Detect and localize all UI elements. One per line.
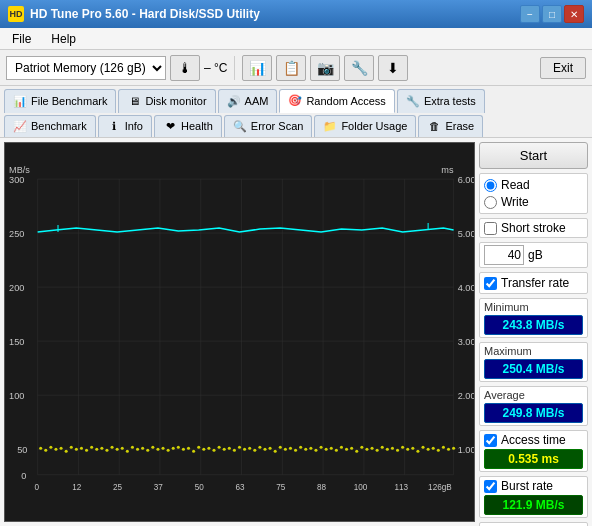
tab-info[interactable]: ℹ Info <box>98 115 152 138</box>
tab-file-benchmark-label: File Benchmark <box>31 95 107 107</box>
transfer-rate-checkbox[interactable] <box>484 277 497 290</box>
svg-point-88 <box>304 448 307 451</box>
max-label: Maximum <box>484 345 583 357</box>
transfer-rate-section: Transfer rate <box>479 272 588 294</box>
benchmark-icon-btn[interactable]: 📊 <box>242 55 272 81</box>
short-stroke-label: Short stroke <box>501 221 566 235</box>
drive-select[interactable]: Patriot Memory (126 gB) <box>6 56 166 80</box>
svg-point-92 <box>325 448 328 451</box>
svg-point-74 <box>233 449 236 452</box>
minimize-button[interactable]: − <box>520 5 540 23</box>
svg-point-117 <box>452 447 455 450</box>
svg-point-99 <box>360 446 363 449</box>
tab-benchmark[interactable]: 📈 Benchmark <box>4 115 96 138</box>
svg-point-68 <box>202 448 205 451</box>
burst-rate-value: 121.9 MB/s <box>484 495 583 515</box>
svg-point-84 <box>284 448 287 451</box>
svg-text:4.00: 4.00 <box>458 283 474 293</box>
nav-tabs: 📊 File Benchmark 🖥 Disk monitor 🔊 AAM 🎯 … <box>0 86 592 138</box>
access-time-checkbox[interactable] <box>484 434 497 447</box>
svg-point-71 <box>218 446 221 449</box>
maximize-button[interactable]: □ <box>542 5 562 23</box>
transfer-rate-label[interactable]: Transfer rate <box>484 276 583 290</box>
nav-row-1: 📊 File Benchmark 🖥 Disk monitor 🔊 AAM 🎯 … <box>4 89 588 113</box>
svg-point-51 <box>116 448 119 451</box>
exit-button[interactable]: Exit <box>540 57 586 79</box>
svg-text:ms: ms <box>441 165 454 175</box>
svg-point-96 <box>345 448 348 451</box>
download-icon-btn[interactable]: ⬇ <box>378 55 408 81</box>
svg-point-94 <box>335 449 338 452</box>
start-button[interactable]: Start <box>479 142 588 169</box>
tab-aam[interactable]: 🔊 AAM <box>218 89 278 113</box>
window-controls: − □ ✕ <box>520 5 584 23</box>
tab-benchmark-label: Benchmark <box>31 120 87 132</box>
svg-point-62 <box>172 447 175 450</box>
stroke-input[interactable] <box>484 245 524 265</box>
file-benchmark-icon: 📊 <box>13 94 27 108</box>
svg-rect-0 <box>5 159 474 506</box>
svg-point-57 <box>146 449 149 452</box>
read-write-group: Read Write <box>479 173 588 214</box>
info-icon-btn[interactable]: 📋 <box>276 55 306 81</box>
write-label: Write <box>501 195 529 209</box>
erase-icon: 🗑 <box>427 119 441 133</box>
svg-point-43 <box>75 448 78 451</box>
file-menu[interactable]: File <box>8 31 35 47</box>
temperature-display: 🌡 – °C <box>170 55 227 81</box>
min-stat-box: Minimum 243.8 MB/s <box>479 298 588 338</box>
svg-point-108 <box>406 448 409 451</box>
burst-rate-checkbox-label[interactable]: Burst rate <box>484 479 583 493</box>
avg-stat-box: Average 249.8 MB/s <box>479 386 588 426</box>
svg-point-103 <box>381 446 384 449</box>
error-icon-btn[interactable]: 🔧 <box>344 55 374 81</box>
close-button[interactable]: ✕ <box>564 5 584 23</box>
tab-extra-tests[interactable]: 🔧 Extra tests <box>397 89 485 113</box>
min-value: 243.8 MB/s <box>484 315 583 335</box>
svg-point-83 <box>279 446 282 449</box>
help-menu[interactable]: Help <box>47 31 80 47</box>
svg-point-65 <box>187 447 190 450</box>
tab-folder-usage[interactable]: 📁 Folder Usage <box>314 115 416 138</box>
svg-point-81 <box>269 447 272 450</box>
access-time-value: 0.535 ms <box>484 449 583 469</box>
stroke-unit: gB <box>528 248 543 262</box>
svg-point-52 <box>121 447 124 450</box>
svg-point-64 <box>182 448 185 451</box>
disk-monitor-icon: 🖥 <box>127 94 141 108</box>
write-radio-label[interactable]: Write <box>484 195 583 209</box>
tab-aam-label: AAM <box>245 95 269 107</box>
svg-point-97 <box>350 447 353 450</box>
svg-point-115 <box>442 446 445 449</box>
svg-point-98 <box>355 450 358 453</box>
burst-rate-checkbox[interactable] <box>484 480 497 493</box>
short-stroke-checkbox[interactable] <box>484 222 497 235</box>
read-radio[interactable] <box>484 179 497 192</box>
tab-health-label: Health <box>181 120 213 132</box>
tab-health[interactable]: ❤ Health <box>154 115 222 138</box>
svg-point-56 <box>141 447 144 450</box>
health-icon: ❤ <box>163 119 177 133</box>
svg-point-107 <box>401 446 404 449</box>
tab-error-scan[interactable]: 🔍 Error Scan <box>224 115 313 138</box>
tab-file-benchmark[interactable]: 📊 File Benchmark <box>4 89 116 113</box>
svg-text:50: 50 <box>195 483 205 492</box>
tab-disk-monitor[interactable]: 🖥 Disk monitor <box>118 89 215 113</box>
write-radio[interactable] <box>484 196 497 209</box>
svg-point-78 <box>253 449 256 452</box>
svg-point-110 <box>416 450 419 453</box>
svg-text:88: 88 <box>317 483 327 492</box>
svg-point-37 <box>44 449 47 452</box>
svg-point-40 <box>60 447 63 450</box>
access-time-box: Access time 0.535 ms <box>479 430 588 472</box>
access-time-checkbox-label[interactable]: Access time <box>484 433 583 447</box>
health-icon-btn[interactable]: 📷 <box>310 55 340 81</box>
menu-bar: File Help <box>0 28 592 50</box>
tab-random-access[interactable]: 🎯 Random Access <box>279 89 394 113</box>
svg-point-101 <box>371 447 374 450</box>
tab-erase[interactable]: 🗑 Erase <box>418 115 483 138</box>
error-scan-icon: 🔍 <box>233 119 247 133</box>
svg-point-55 <box>136 448 139 451</box>
svg-point-44 <box>80 447 83 450</box>
read-radio-label[interactable]: Read <box>484 178 583 192</box>
